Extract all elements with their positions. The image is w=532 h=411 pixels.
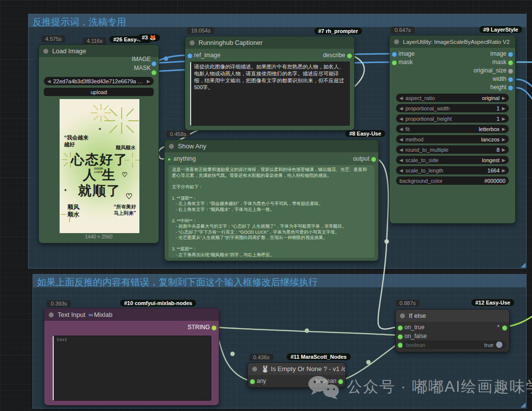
node-title: If else: [409, 312, 426, 319]
input-port-mask[interactable]: [392, 60, 397, 66]
timing-badge: 4.116s: [83, 37, 106, 44]
input-port-image[interactable]: [392, 52, 397, 57]
slot-label-on-false: on_false: [404, 333, 427, 340]
widget-proportional-width[interactable]: ◀proportional_width1▶: [396, 104, 509, 112]
collapse-dot-icon[interactable]: [190, 40, 195, 45]
combo-value: 22ed7a4b3d3f83ed43e712e6679a …: [53, 78, 144, 84]
widget-method[interactable]: ◀methodlanczos▶: [396, 135, 509, 143]
image-size-label: 1440 × 2560: [39, 234, 159, 240]
wechat-icon: [306, 375, 341, 399]
poster-text-bottom-left: 顺风 顺水: [67, 204, 79, 218]
node-title: Runninghub Captioner: [199, 39, 263, 46]
output-port-image[interactable]: [508, 52, 513, 57]
node-load-image[interactable]: Load Image IMAGE MASK ◀ 22ed7a4b3d3f83ed…: [38, 44, 159, 243]
prompt-textarea[interactable]: 请提供此图像的详细描述。如果图片中有您熟悉的人物，如名人、电影人物或动画人物，请…: [190, 62, 350, 126]
toggle-knob-icon[interactable]: [496, 342, 502, 348]
timing-badge: 0.436s: [249, 354, 273, 361]
sparkle-glyph: ✦: [98, 127, 102, 132]
slot-label-describe: describe: [306, 52, 345, 59]
slot-label-width: width: [452, 75, 506, 82]
filename-combo[interactable]: ◀ 22ed7a4b3d3f83ed43e712e6679a … ▶: [44, 77, 154, 85]
node-header[interactable]: LayerUtility: ImageScaleByAspectRatio V2: [390, 35, 515, 48]
heart-glyph: ♡: [122, 171, 128, 178]
node-title: Show Any: [178, 142, 206, 150]
node-id-badge: #7 rh_prompter: [314, 28, 362, 34]
node-id-badge: #10 comfyui-mixlab-nodes: [120, 300, 196, 307]
heart-glyph: ♡: [126, 192, 133, 201]
slot-label-mask-out: mask: [452, 59, 506, 66]
collapse-dot-icon[interactable]: [400, 313, 405, 318]
slot-label-mask: MASK: [111, 65, 151, 71]
slot-label-string: STRING: [170, 324, 210, 331]
poster-text-top-right: 顺风顺水: [116, 145, 135, 151]
node-image-scale-by-aspect-ratio[interactable]: LayerUtility: ImageScaleByAspectRatio V2…: [389, 35, 516, 224]
node-runninghub-captioner[interactable]: Runninghub Captioner ref_image describe …: [185, 36, 355, 131]
widget-aspect-ratio[interactable]: ◀aspect_ratiooriginal▶: [396, 94, 509, 102]
widget-scale-to-length[interactable]: ◀scale_to_length1664▶: [396, 166, 509, 174]
node-header[interactable]: If else: [396, 309, 509, 322]
node-if-else[interactable]: If else on_true * on_false boolean true: [395, 309, 510, 352]
collapse-dot-icon[interactable]: [49, 312, 54, 317]
poster-text-bottom-right: “所有美好 马上到来”: [114, 204, 136, 216]
node-title-suffix: Mixlab: [94, 311, 113, 318]
output-port-original-size[interactable]: [508, 68, 513, 74]
collapse-dot-icon[interactable]: [169, 144, 174, 149]
slot-label-mask-in: mask: [399, 59, 413, 66]
output-port-mask[interactable]: [151, 70, 157, 75]
widget-scale-to-side[interactable]: ◀scale_to_sidelongest▶: [396, 156, 509, 164]
node-header[interactable]: 🐰 Is Empty Or None ? - v1 /c: [248, 363, 345, 375]
collapse-dot-icon[interactable]: [252, 367, 257, 372]
timing-badge: 19.054s: [187, 27, 214, 34]
node-title: 🐰 Is Empty Or None ? - v1 /c: [261, 365, 345, 373]
node-graph-canvas[interactable]: 反推提示词，洗稿专用 如果上面反推的内容有错误，复制到下面这个输入框修改后继续执…: [0, 0, 532, 411]
slot-label-image: IMAGE: [111, 56, 151, 63]
text-input-textarea[interactable]: text: [53, 336, 211, 401]
collapse-dot-icon[interactable]: [43, 49, 48, 54]
output-port-string[interactable]: [211, 325, 217, 331]
timing-badge: 0.458s: [166, 131, 190, 137]
slot-label-on-true: on_true: [404, 324, 425, 331]
widget-background-color[interactable]: background_color#000000: [396, 176, 509, 185]
show-any-text[interactable]: 这是一张富有正能量和激励意义的设计海报，背景以柔和的绿色渐变铺满，辅以烟花、光芒…: [168, 165, 374, 258]
output-port-output[interactable]: [371, 157, 376, 162]
output-port-image[interactable]: [151, 61, 157, 67]
slot-label-anything: anything: [173, 155, 196, 162]
output-port-describe[interactable]: [347, 53, 352, 59]
slot-label-height: height: [452, 84, 506, 91]
node-header[interactable]: Show Any: [165, 140, 378, 152]
watermark-text: 公众号 · 嘟嘟AI绘画趣味学: [347, 377, 532, 397]
node-id-badge: #8 Easy-Use: [345, 130, 385, 137]
node-text-input[interactable]: Text Input ∞ Mixlab STRING text: [44, 308, 219, 406]
timing-badge: 0.887s: [396, 300, 420, 307]
watermark: 公众号 · 嘟嘟AI绘画趣味学: [306, 375, 532, 399]
slot-label-output: output: [330, 155, 369, 162]
node-title: LayerUtility: ImageScaleByAspectRatio V2: [403, 39, 510, 45]
slot-label-image-out: image: [452, 50, 506, 57]
input-port-on-true[interactable]: [398, 325, 403, 331]
output-port-star[interactable]: [502, 325, 507, 331]
widget-boolean-toggle[interactable]: boolean true: [402, 341, 506, 349]
timing-badge: 0.647s: [391, 27, 415, 34]
combo-next-icon[interactable]: ▶: [147, 79, 150, 84]
node-id-badge: #3 🦊: [138, 34, 160, 41]
input-port-ref-image[interactable]: [187, 53, 193, 59]
output-port-width[interactable]: [508, 77, 513, 82]
node-title: Load Image: [52, 47, 86, 55]
input-port-on-false[interactable]: [398, 334, 403, 340]
output-port-mask[interactable]: [508, 60, 513, 66]
node-header[interactable]: Text Input ∞ Mixlab: [44, 308, 219, 321]
slot-label-ref-image: ref_image: [194, 52, 220, 59]
widget-round-to-multiple[interactable]: ◀round_to_multiple8▶: [396, 145, 509, 154]
combo-prev-icon[interactable]: ◀: [47, 79, 51, 84]
upload-button[interactable]: upload: [44, 88, 154, 96]
input-port-anything[interactable]: [166, 157, 172, 162]
widget-fit[interactable]: ◀fitletterbox▶: [396, 125, 509, 133]
widget-proportional-height[interactable]: ◀proportional_height1▶: [396, 114, 509, 123]
node-header[interactable]: Runninghub Captioner: [185, 36, 354, 49]
collapse-dot-icon[interactable]: [394, 39, 399, 44]
infinity-icon: ∞: [88, 311, 93, 318]
input-port-any[interactable]: [250, 379, 255, 384]
output-port-height[interactable]: [508, 85, 513, 91]
sparkle-glyph: ✦: [64, 188, 67, 193]
node-show-any[interactable]: Show Any anything output 这是一张富有正能量和激励意义的…: [164, 139, 379, 261]
